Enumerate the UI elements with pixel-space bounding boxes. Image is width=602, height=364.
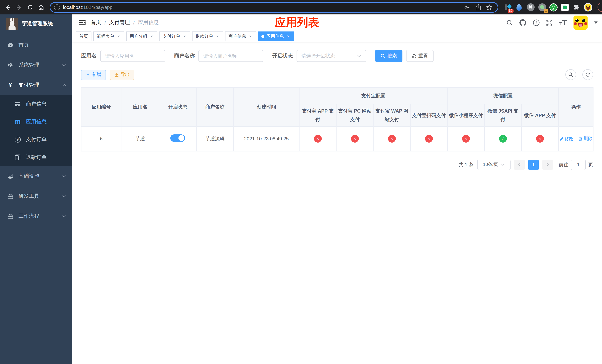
next-page-button[interactable] bbox=[542, 160, 553, 170]
github-icon[interactable] bbox=[519, 19, 527, 26]
reset-button[interactable]: 重置 bbox=[406, 50, 434, 62]
breadcrumb-home[interactable]: 首页 bbox=[91, 19, 101, 26]
browser-back-icon[interactable] bbox=[3, 2, 13, 12]
breadcrumb-current: 应用信息 bbox=[138, 19, 159, 26]
browser-profile-avatar[interactable] bbox=[584, 3, 592, 11]
search-icon[interactable] bbox=[506, 20, 513, 26]
extension-cluster: 10 ⌘ 1 y bbox=[504, 3, 592, 11]
tag-merchant-info[interactable]: 商户信息× bbox=[225, 32, 256, 41]
sidebar-item-refund-orders[interactable]: 退款订单 bbox=[0, 149, 72, 166]
sidebar-logo[interactable]: 芋道管理系统 bbox=[0, 14, 72, 33]
refresh-icon bbox=[585, 72, 590, 77]
page-title-annotation: 应用列表 bbox=[275, 15, 319, 30]
fullscreen-icon[interactable] bbox=[546, 19, 553, 26]
alipay-pc-status-icon bbox=[351, 135, 359, 143]
edit-link[interactable]: 修改 bbox=[559, 136, 573, 142]
page-size-select[interactable]: 10条/页 bbox=[477, 160, 511, 170]
page-1-button[interactable]: 1 bbox=[528, 160, 539, 170]
address-bar[interactable]: i localhost:1024/pay/app bbox=[50, 2, 498, 12]
tag-home[interactable]: 首页 bbox=[76, 32, 91, 41]
ext-avocado-icon[interactable]: 1 bbox=[538, 3, 546, 11]
tag-refund-orders[interactable]: 退款订单× bbox=[192, 32, 223, 41]
help-icon[interactable]: ? bbox=[533, 19, 540, 26]
hide-search-button[interactable] bbox=[565, 69, 576, 80]
col-header-alipay-qr: 支付宝扫码支付 bbox=[410, 104, 447, 127]
dashboard-icon bbox=[7, 42, 13, 48]
ext-chat-icon[interactable] bbox=[561, 3, 569, 11]
goto-page-input[interactable] bbox=[571, 160, 586, 170]
password-key-icon[interactable] bbox=[464, 4, 470, 10]
browser-reload-icon[interactable] bbox=[25, 2, 35, 12]
sidebar-item-merchant-info[interactable]: 商户信息 bbox=[0, 95, 72, 113]
active-tag-dot bbox=[261, 35, 264, 38]
url-host: localhost bbox=[63, 4, 82, 10]
sidebar-item-workflow[interactable]: 工作流程 bbox=[0, 206, 72, 226]
merchant-name-label: 商户名称 bbox=[174, 53, 195, 59]
alipay-qr-status-icon bbox=[425, 135, 433, 143]
table-toolbar: ＋新增 导出 bbox=[81, 69, 593, 80]
app-title: 芋道管理系统 bbox=[22, 20, 53, 27]
bookmark-star-icon[interactable] bbox=[486, 4, 492, 10]
sidebar-item-home[interactable]: 首页 bbox=[0, 35, 72, 55]
monitor-check-icon bbox=[7, 173, 13, 179]
user-avatar[interactable] bbox=[573, 16, 588, 30]
chevron-down-icon bbox=[62, 215, 66, 218]
tag-app-info[interactable]: 应用信息× bbox=[258, 32, 294, 41]
browser-home-icon[interactable] bbox=[36, 2, 46, 12]
chevron-down-icon bbox=[62, 64, 66, 66]
chrome-update-button[interactable]: 更新 bbox=[598, 3, 602, 12]
tag-close-icon[interactable]: × bbox=[149, 34, 154, 39]
tag-pay-orders[interactable]: 支付订单× bbox=[159, 32, 190, 41]
avatar-caret-icon[interactable] bbox=[594, 21, 598, 26]
ext-avocado-badge: 1 bbox=[544, 9, 548, 13]
tag-close-icon[interactable]: × bbox=[248, 34, 253, 39]
tag-close-icon[interactable]: × bbox=[286, 34, 291, 39]
table-row: 6 芋道 芋道源码 2021-10-23 08:49:25 bbox=[81, 127, 593, 151]
prev-page-button[interactable] bbox=[514, 160, 525, 170]
sidebar-item-payment[interactable]: ¥ 支付管理 bbox=[0, 75, 72, 95]
browser-forward-icon[interactable] bbox=[14, 2, 24, 12]
app-name-input[interactable] bbox=[100, 50, 165, 62]
col-header-created: 创建时间 bbox=[233, 87, 299, 127]
site-info-icon[interactable]: i bbox=[54, 4, 60, 10]
chevron-down-icon bbox=[62, 195, 66, 198]
ext-kite-icon[interactable] bbox=[515, 3, 523, 11]
col-header-wx-mini: 微信小程序支付 bbox=[447, 104, 484, 127]
delete-link[interactable]: 删除 bbox=[579, 136, 592, 142]
cell-created-time: 2021-10-23 08:49:25 bbox=[233, 127, 299, 151]
col-header-merchant: 商户名称 bbox=[196, 87, 233, 127]
sidebar-item-pay-orders[interactable]: ¥ 支付订单 bbox=[0, 131, 72, 149]
merchant-name-input[interactable] bbox=[198, 50, 263, 62]
share-icon[interactable] bbox=[475, 4, 481, 10]
export-button[interactable]: 导出 bbox=[110, 69, 134, 80]
sidebar-item-dev-tools[interactable]: 研发工具 bbox=[0, 186, 72, 206]
refresh-table-button[interactable] bbox=[582, 69, 593, 80]
status-select[interactable]: 请选择开启状态 bbox=[297, 50, 366, 62]
ext-grid-icon[interactable]: 10 bbox=[504, 3, 512, 11]
tag-user-group[interactable]: 用户分组× bbox=[126, 32, 157, 41]
goto-prefix: 前往 bbox=[559, 161, 568, 168]
ext-command-icon[interactable]: ⌘ bbox=[527, 3, 535, 11]
sidebar-item-infra[interactable]: 基础设施 bbox=[0, 166, 72, 186]
tag-close-icon[interactable]: × bbox=[182, 34, 187, 39]
tag-process-form[interactable]: 流程表单× bbox=[93, 32, 124, 41]
add-button[interactable]: ＋新增 bbox=[81, 69, 106, 80]
wx-mini-status-icon bbox=[462, 135, 470, 143]
browser-toolbar: i localhost:1024/pay/app 10 ⌘ bbox=[0, 0, 602, 14]
status-toggle[interactable] bbox=[170, 135, 185, 142]
sidebar-collapse-icon[interactable] bbox=[79, 20, 86, 25]
gear-icon bbox=[7, 62, 13, 68]
sidebar-item-app-info[interactable]: 应用信息 bbox=[0, 113, 72, 131]
tag-close-icon[interactable]: × bbox=[215, 34, 220, 39]
extensions-puzzle-icon[interactable] bbox=[572, 3, 580, 11]
url-text: localhost:1024/pay/app bbox=[63, 4, 461, 10]
toolbox-icon bbox=[7, 193, 13, 199]
sidebar-item-system[interactable]: 系统管理 bbox=[0, 55, 72, 75]
breadcrumb-payment[interactable]: 支付管理 bbox=[109, 19, 130, 26]
yen-icon: ¥ bbox=[7, 82, 13, 88]
tag-close-icon[interactable]: × bbox=[116, 34, 121, 39]
url-path: :1024/pay/app bbox=[82, 4, 113, 10]
font-size-icon[interactable] bbox=[559, 20, 567, 26]
ext-y-icon[interactable]: y bbox=[549, 3, 558, 11]
search-button[interactable]: 搜索 bbox=[375, 50, 402, 62]
